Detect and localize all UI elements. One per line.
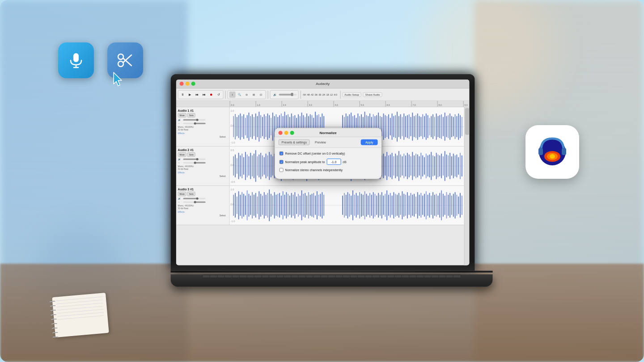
notebook-lines bbox=[52, 293, 108, 326]
audio-setup-button[interactable]: Audio Setup bbox=[342, 92, 361, 97]
svg-rect-287 bbox=[252, 192, 253, 219]
zoom-sel[interactable]: ⊡ bbox=[258, 91, 264, 97]
audacity-app-icon[interactable] bbox=[525, 125, 579, 179]
skip-back-button[interactable]: ⏭ bbox=[201, 91, 208, 97]
svg-rect-307 bbox=[286, 192, 287, 219]
zoom-out[interactable]: ⊖ bbox=[244, 91, 250, 97]
track-2-gain-knob bbox=[196, 158, 198, 160]
remove-dc-checkbox[interactable] bbox=[280, 152, 284, 156]
dialog-maximize-button[interactable] bbox=[290, 131, 294, 135]
track-1-gain-slider[interactable] bbox=[183, 119, 206, 120]
key bbox=[350, 275, 357, 278]
track-1-pan-slider[interactable] bbox=[183, 122, 206, 124]
svg-rect-334 bbox=[349, 194, 350, 217]
svg-rect-394 bbox=[451, 196, 452, 215]
key bbox=[453, 275, 460, 278]
minimize-button[interactable] bbox=[186, 82, 190, 86]
svg-rect-366 bbox=[403, 194, 404, 217]
track-3-solo[interactable]: Solo bbox=[187, 192, 195, 196]
loop-button[interactable]: ↺ bbox=[216, 91, 222, 97]
track-1-mute[interactable]: Mute bbox=[178, 113, 186, 118]
track-2-solo[interactable]: Solo bbox=[187, 152, 195, 157]
svg-rect-21 bbox=[238, 115, 239, 138]
svg-rect-316 bbox=[301, 190, 302, 220]
track-2-mute[interactable]: Mute bbox=[178, 152, 186, 157]
svg-rect-321 bbox=[310, 195, 311, 216]
app-title: Audacity bbox=[316, 82, 330, 86]
dialog-tab-preview[interactable]: Preview bbox=[312, 139, 329, 145]
track-2-gain-slider[interactable] bbox=[183, 158, 206, 160]
track-1-effects[interactable]: Effects bbox=[178, 132, 228, 135]
dialog-minimize-button[interactable] bbox=[284, 131, 288, 135]
track-3-gain-knob bbox=[196, 197, 198, 199]
svg-rect-96 bbox=[383, 114, 384, 140]
svg-rect-339 bbox=[357, 196, 358, 215]
ruler-mark-1: 1.0 bbox=[256, 101, 282, 107]
track-3-pan-slider[interactable] bbox=[183, 201, 206, 202]
dialog-close-button[interactable] bbox=[279, 131, 283, 135]
svg-rect-257 bbox=[438, 155, 439, 177]
key bbox=[446, 275, 453, 278]
track-3-mute[interactable]: Mute bbox=[178, 192, 186, 196]
svg-rect-262 bbox=[446, 155, 447, 177]
svg-rect-121 bbox=[426, 114, 427, 140]
track-2-pan-slider[interactable] bbox=[183, 162, 206, 163]
svg-rect-19 bbox=[235, 114, 236, 139]
title-bar-buttons bbox=[180, 82, 195, 86]
track-2-effects[interactable]: Effects bbox=[178, 171, 228, 174]
normalize-peak-input[interactable]: -1.0 bbox=[326, 159, 341, 165]
svg-rect-372 bbox=[414, 194, 415, 217]
track-1-sliders: 🔊 bbox=[178, 118, 228, 121]
record-button[interactable]: ⏺ bbox=[208, 91, 215, 97]
track-2-select[interactable]: Select bbox=[178, 175, 228, 177]
track-3-effects[interactable]: Effects bbox=[178, 210, 228, 213]
track-3-waveform[interactable]: 1.0 0.0 -1.0 bbox=[230, 186, 464, 225]
svg-rect-18 bbox=[233, 116, 234, 137]
svg-rect-325 bbox=[317, 191, 318, 219]
select-tool[interactable]: I bbox=[229, 91, 236, 97]
track-1-select[interactable]: Select bbox=[178, 135, 228, 138]
pause-button[interactable]: ⏸ bbox=[180, 91, 186, 97]
track-1-solo[interactable]: Solo bbox=[187, 113, 195, 118]
svg-point-11 bbox=[550, 154, 555, 159]
key bbox=[284, 275, 291, 278]
svg-rect-119 bbox=[422, 114, 423, 139]
track-2-pan-label: ↔ bbox=[178, 161, 182, 164]
svg-rect-322 bbox=[312, 194, 313, 217]
zoom-in[interactable]: 🔍 bbox=[237, 91, 243, 97]
scrollbar-right[interactable] bbox=[464, 107, 470, 265]
play-button[interactable]: ▶ bbox=[187, 91, 193, 97]
track-3-gain-slider[interactable] bbox=[183, 198, 206, 199]
ruler-mark-9: 9.0 bbox=[463, 101, 470, 107]
share-audio-button[interactable]: Share Audio bbox=[363, 92, 382, 97]
remove-dc-label: Remove DC offset (center on 0.0 vertical… bbox=[285, 152, 345, 155]
key bbox=[321, 275, 327, 278]
dialog-apply-button[interactable]: Apply bbox=[361, 139, 378, 145]
track-1-name: Audio 1 #1 bbox=[178, 109, 228, 112]
svg-rect-299 bbox=[272, 196, 273, 215]
scrollbar-thumb[interactable] bbox=[465, 108, 469, 135]
normalize-peak-checkbox[interactable] bbox=[280, 160, 284, 164]
svg-rect-353 bbox=[381, 192, 382, 219]
stop-button[interactable]: ⏮ bbox=[194, 91, 200, 97]
key bbox=[262, 275, 268, 278]
fit-view[interactable]: ⊞ bbox=[251, 91, 257, 97]
laptop-base bbox=[171, 274, 493, 287]
svg-rect-333 bbox=[347, 192, 348, 219]
volume-slider[interactable] bbox=[279, 93, 297, 95]
track-3-select[interactable]: Select bbox=[178, 214, 228, 217]
mic-app-icon[interactable] bbox=[58, 42, 94, 78]
svg-rect-320 bbox=[308, 192, 309, 219]
dialog-tab-presets[interactable]: Presets & settings bbox=[279, 139, 310, 145]
svg-rect-161 bbox=[257, 156, 258, 176]
svg-rect-283 bbox=[245, 196, 246, 215]
maximize-button[interactable] bbox=[191, 82, 195, 86]
close-button[interactable] bbox=[180, 82, 184, 86]
svg-rect-167 bbox=[267, 156, 268, 177]
stereo-checkbox[interactable] bbox=[280, 168, 284, 172]
svg-rect-246 bbox=[419, 156, 420, 176]
svg-rect-277 bbox=[235, 193, 236, 218]
ruler-mark-0: 0.0 bbox=[230, 101, 256, 107]
svg-rect-255 bbox=[434, 156, 435, 176]
svg-rect-237 bbox=[403, 154, 404, 178]
